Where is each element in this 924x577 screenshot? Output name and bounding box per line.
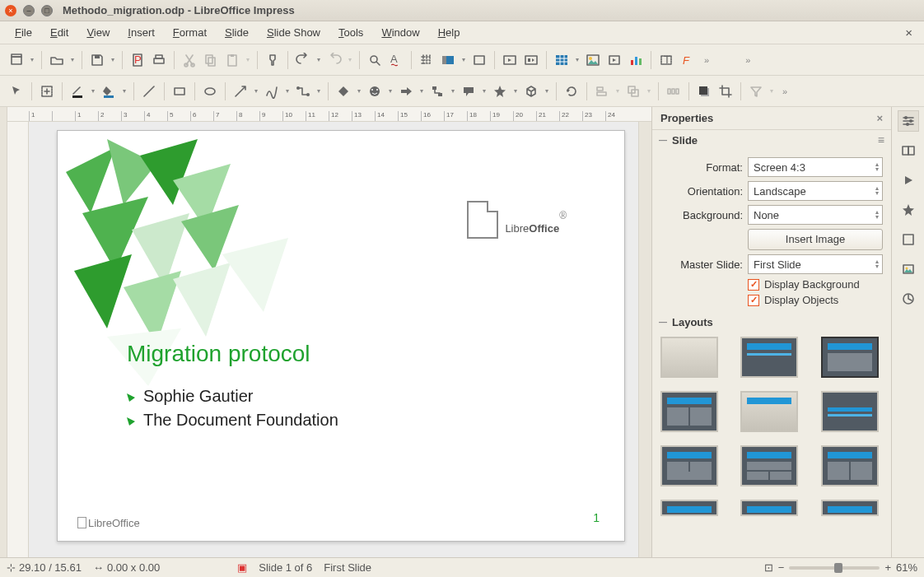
zoom-slider[interactable] bbox=[789, 566, 880, 570]
ellipse-tool[interactable] bbox=[200, 81, 220, 101]
window-maximize-button[interactable]: □ bbox=[41, 5, 53, 16]
stars-tool[interactable] bbox=[490, 81, 510, 101]
display-views-button[interactable] bbox=[438, 50, 458, 70]
zoom-in-button[interactable]: + bbox=[884, 561, 891, 574]
arrange-tool[interactable] bbox=[623, 81, 643, 101]
toolbar-overflow[interactable]: » bbox=[699, 55, 714, 65]
sidebar-tab-master[interactable] bbox=[898, 199, 919, 221]
new-dropdown[interactable]: ▾ bbox=[28, 56, 36, 63]
menu-insert[interactable]: Insert bbox=[119, 23, 163, 42]
open-dropdown[interactable]: ▾ bbox=[68, 56, 77, 63]
undo-dropdown[interactable]: ▾ bbox=[315, 56, 323, 63]
menu-window[interactable]: Window bbox=[373, 23, 427, 42]
views-dropdown[interactable]: ▾ bbox=[460, 56, 468, 63]
status-slide-count[interactable]: Slide 1 of 6 bbox=[259, 561, 312, 574]
clone-format-button[interactable] bbox=[263, 50, 282, 70]
line-arrow-dropdown[interactable]: ▾ bbox=[252, 87, 260, 95]
rectangle-tool[interactable] bbox=[170, 81, 189, 101]
callout-dropdown[interactable]: ▾ bbox=[480, 87, 488, 95]
start-slideshow-button[interactable] bbox=[500, 50, 520, 70]
rotate-tool[interactable] bbox=[562, 81, 581, 101]
crop-tool[interactable] bbox=[716, 81, 735, 101]
background-select[interactable]: None▴▾ bbox=[748, 205, 883, 225]
slide-1[interactable]: LibreOffice® Migration protocol Sophie G… bbox=[57, 130, 625, 542]
insert-image-button[interactable] bbox=[583, 50, 603, 70]
collapse-icon[interactable]: — bbox=[659, 318, 667, 327]
line-tool[interactable] bbox=[139, 81, 159, 101]
section-more-icon[interactable]: ≡ bbox=[878, 133, 884, 147]
layout-extra-2[interactable] bbox=[740, 500, 798, 516]
layout-extra-3[interactable] bbox=[821, 500, 879, 516]
layout-two-content[interactable] bbox=[660, 391, 718, 432]
menu-tools[interactable]: Tools bbox=[330, 23, 371, 42]
export-pdf-button[interactable]: P bbox=[128, 50, 147, 70]
distribute-tool[interactable] bbox=[664, 81, 684, 101]
sidebar-tab-slide-transition[interactable] bbox=[898, 140, 919, 161]
filter-tool[interactable] bbox=[746, 81, 766, 101]
filter-dropdown[interactable]: ▾ bbox=[768, 87, 776, 95]
stars-dropdown[interactable]: ▾ bbox=[511, 87, 520, 95]
symbol-shapes-tool[interactable] bbox=[365, 81, 385, 101]
sidebar-tab-animation[interactable] bbox=[898, 170, 919, 191]
menu-slide[interactable]: Slide bbox=[217, 23, 257, 42]
arrange-dropdown[interactable]: ▾ bbox=[645, 87, 653, 95]
select-tool[interactable] bbox=[7, 81, 26, 101]
line-color-dropdown[interactable]: ▾ bbox=[89, 87, 97, 95]
block-arrows-tool[interactable] bbox=[396, 81, 416, 101]
window-minimize-button[interactable]: – bbox=[23, 5, 35, 16]
paste-button[interactable] bbox=[222, 50, 242, 70]
sidebar-tab-navigator[interactable] bbox=[898, 258, 919, 280]
save-button[interactable] bbox=[87, 50, 107, 70]
layout-title-only[interactable] bbox=[740, 391, 798, 432]
horizontal-ruler[interactable]: 1123456789101112131415161718192021222324 bbox=[7, 107, 651, 122]
undo-button[interactable] bbox=[293, 50, 313, 70]
align-dropdown[interactable]: ▾ bbox=[614, 87, 622, 95]
layout-one-over-two[interactable] bbox=[740, 445, 798, 486]
insert-table-button[interactable] bbox=[552, 50, 572, 70]
status-master-name[interactable]: First Slide bbox=[324, 561, 371, 574]
status-position[interactable]: ⊹ 29.10 / 15.61 bbox=[7, 561, 82, 574]
arrows-dropdown[interactable]: ▾ bbox=[418, 87, 426, 95]
insert-textbox-button[interactable]: T bbox=[656, 50, 676, 70]
insert-media-button[interactable] bbox=[604, 50, 624, 70]
slide-title[interactable]: Migration protocol bbox=[127, 341, 310, 367]
callout-tool[interactable] bbox=[459, 81, 478, 101]
layout-centered[interactable] bbox=[821, 391, 879, 432]
document-close-button[interactable]: × bbox=[900, 26, 917, 40]
layout-blank[interactable] bbox=[660, 337, 718, 378]
zoom-out-button[interactable]: − bbox=[778, 561, 785, 574]
curve-tool[interactable] bbox=[262, 81, 282, 101]
connector-tool[interactable] bbox=[293, 81, 313, 101]
insert-fontwork-button[interactable]: F bbox=[678, 50, 698, 70]
shadow-tool[interactable] bbox=[694, 81, 714, 101]
sidebar-tab-properties[interactable] bbox=[898, 110, 919, 132]
spellcheck-button[interactable]: A bbox=[386, 50, 406, 70]
menu-slideshow[interactable]: Slide Show bbox=[259, 23, 329, 42]
master-select[interactable]: First Slide▴▾ bbox=[748, 254, 883, 274]
copy-button[interactable] bbox=[201, 50, 221, 70]
3d-dropdown[interactable]: ▾ bbox=[543, 87, 551, 95]
open-button[interactable] bbox=[47, 50, 67, 70]
align-tool[interactable] bbox=[592, 81, 612, 101]
slide-content[interactable]: Sophie Gautier The Document Foundation bbox=[127, 382, 338, 435]
table-dropdown[interactable]: ▾ bbox=[573, 56, 581, 63]
vertical-ruler[interactable] bbox=[7, 122, 29, 557]
menu-format[interactable]: Format bbox=[165, 23, 215, 42]
fit-page-icon[interactable]: ⊡ bbox=[764, 561, 773, 574]
insert-chart-button[interactable] bbox=[626, 50, 646, 70]
layout-four-content[interactable] bbox=[821, 445, 879, 486]
toolbar-overflow-2[interactable]: » bbox=[740, 55, 755, 65]
slide-canvas[interactable]: LibreOffice® Migration protocol Sophie G… bbox=[29, 122, 638, 557]
layout-extra-1[interactable] bbox=[660, 500, 718, 516]
insert-image-button[interactable]: Insert Image bbox=[748, 229, 883, 250]
menu-help[interactable]: Help bbox=[430, 23, 469, 42]
sidebar-tab-gallery[interactable] bbox=[898, 229, 919, 250]
find-button[interactable] bbox=[365, 50, 385, 70]
window-close-button[interactable]: × bbox=[5, 5, 16, 16]
print-button[interactable] bbox=[149, 50, 169, 70]
master-slide-button[interactable] bbox=[469, 50, 489, 70]
layout-title[interactable] bbox=[740, 337, 798, 378]
curve-dropdown[interactable]: ▾ bbox=[283, 87, 292, 95]
status-size[interactable]: ↔ 0.00 x 0.00 bbox=[93, 561, 160, 574]
redo-dropdown[interactable]: ▾ bbox=[346, 56, 354, 63]
